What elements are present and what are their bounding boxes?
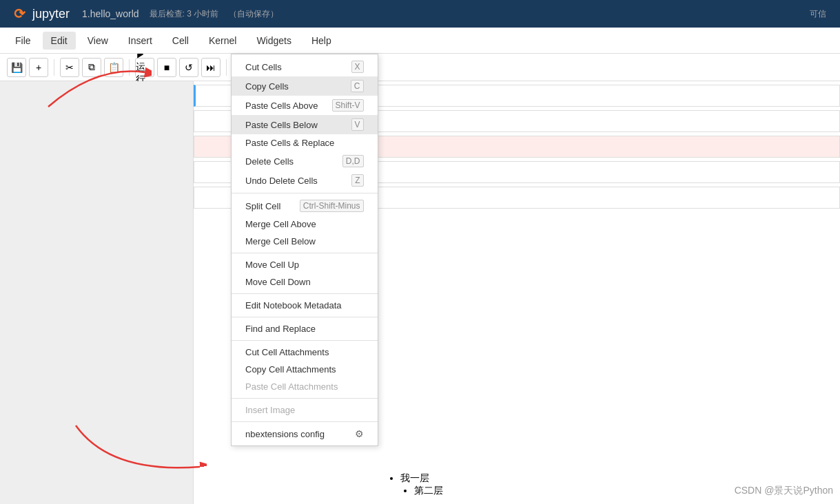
menu-merge-above[interactable]: Merge Cell Above (232, 216, 378, 233)
merge-below-label: Merge Cell Below (245, 236, 316, 246)
paste-replace-label: Paste Cells & Replace (245, 138, 334, 148)
paste-above-shortcut: Shift-V (332, 99, 364, 112)
edit-dropdown-menu: Cut Cells X Copy Cells C Paste Cells Abo… (231, 54, 378, 446)
merge-above-label: Merge Cell Above (245, 219, 316, 229)
menu-paste-attachments[interactable]: Paste Cell Attachments (232, 378, 378, 395)
settings-icon: ⚙ (355, 428, 364, 439)
divider-7 (232, 421, 378, 422)
title-bar: ⟳ jupyter 1.hello_world 最后检查: 3 小时前 （自动保… (0, 0, 840, 28)
menu-paste-above[interactable]: Paste Cells Above Shift-V (232, 96, 378, 115)
copy-cell-button[interactable]: ⧉ (82, 58, 101, 77)
menu-view[interactable]: View (79, 32, 116, 50)
insert-image-label: Insert Image (245, 405, 295, 415)
jupyter-text: jupyter (32, 7, 70, 21)
menu-copy-cells[interactable]: Copy Cells C (232, 76, 378, 96)
delete-cells-label: Delete Cells (245, 156, 294, 167)
menu-delete-cells[interactable]: Delete Cells D,D (232, 151, 378, 171)
copy-attachments-label: Copy Cell Attachments (245, 364, 336, 375)
menu-copy-attachments[interactable]: Copy Cell Attachments (232, 361, 378, 378)
run-cell-button[interactable]: ▶ 运行 (135, 58, 154, 77)
menu-kernel[interactable]: Kernel (201, 32, 245, 50)
jupyter-logo: ⟳ (14, 6, 25, 22)
save-button[interactable]: 💾 (7, 58, 26, 77)
move-down-label: Move Cell Down (245, 277, 311, 287)
paste-above-label: Paste Cells Above (245, 101, 318, 111)
stop-button[interactable]: ■ (157, 58, 176, 77)
menu-find-replace[interactable]: Find and Replace (232, 320, 378, 337)
menu-undo-delete[interactable]: Undo Delete Cells Z (232, 171, 378, 190)
divider-3 (232, 293, 378, 294)
divider-6 (232, 398, 378, 399)
menu-move-up[interactable]: Move Cell Up (232, 256, 378, 273)
add-cell-button[interactable]: + (29, 58, 48, 77)
copy-cells-shortcut: C (351, 80, 364, 92)
divider-2 (232, 253, 378, 253)
autosave-label: （自动保存） (229, 8, 278, 20)
divider-1 (232, 193, 378, 193)
paste-attachments-label: Paste Cell Attachments (245, 381, 338, 392)
find-replace-label: Find and Replace (245, 324, 316, 334)
menu-move-down[interactable]: Move Cell Down (232, 273, 378, 291)
menu-cell[interactable]: Cell (164, 32, 197, 50)
cut-cell-button[interactable]: ✂ (60, 58, 79, 77)
copy-cells-label: Copy Cells (245, 81, 289, 92)
menu-widgets[interactable]: Widgets (248, 32, 300, 50)
notebook-title[interactable]: 1.hello_world (82, 8, 139, 19)
undo-delete-shortcut: Z (351, 174, 363, 187)
menu-help[interactable]: Help (303, 32, 340, 50)
bullet-1: 我一层 (400, 472, 443, 485)
menu-cut-cells[interactable]: Cut Cells X (232, 57, 378, 76)
main-content: 我一层 第二层 (0, 81, 840, 504)
csdn-watermark: CSDN @景天说Python (735, 485, 833, 497)
nbextensions-label: nbextensions config (245, 429, 325, 439)
menu-merge-below[interactable]: Merge Cell Below (232, 233, 378, 250)
menu-nbextensions[interactable]: nbextensions config ⚙ (232, 425, 378, 443)
notebook-metadata-label: Edit Notebook Metadata (245, 300, 341, 311)
menu-bar: File Edit View Insert Cell Kernel Widget… (0, 28, 840, 54)
move-up-label: Move Cell Up (245, 260, 299, 270)
menu-cut-attachments[interactable]: Cut Cell Attachments (232, 344, 378, 361)
delete-cells-shortcut: D,D (342, 155, 364, 167)
fast-forward-button[interactable]: ⏭ (201, 58, 221, 77)
toolbar-sep-3 (226, 59, 227, 76)
menu-edit[interactable]: Edit (43, 32, 76, 50)
paste-below-label: Paste Cells Below (245, 120, 318, 130)
paste-below-shortcut: V (351, 118, 364, 131)
sidebar (0, 81, 193, 504)
last-saved: 最后检查: 3 小时前 (150, 8, 219, 20)
menu-insert-image[interactable]: Insert Image (232, 401, 378, 419)
divider-4 (232, 317, 378, 317)
split-cell-shortcut: Ctrl-Shift-Minus (300, 200, 364, 212)
menu-insert[interactable]: Insert (120, 32, 161, 50)
split-cell-label: Split Cell (245, 201, 280, 211)
toolbar: 💾 + ✂ ⧉ 📋 ▶ 运行 ■ ↺ ⏭ 代码 Markdown Raw NBC… (0, 54, 840, 81)
restart-button[interactable]: ↺ (179, 58, 198, 77)
toolbar-sep-1 (54, 59, 54, 76)
menu-paste-below[interactable]: Paste Cells Below V (232, 115, 378, 134)
bullet-points: 我一层 第二层 (387, 472, 443, 497)
toolbar-sep-2 (129, 59, 130, 76)
cut-cells-label: Cut Cells (245, 62, 282, 72)
cut-attachments-label: Cut Cell Attachments (245, 347, 329, 357)
menu-file[interactable]: File (7, 32, 39, 50)
menu-paste-replace[interactable]: Paste Cells & Replace (232, 134, 378, 151)
bullet-2: 第二层 (414, 485, 443, 497)
menu-notebook-metadata[interactable]: Edit Notebook Metadata (232, 297, 378, 314)
paste-cell-button[interactable]: 📋 (104, 58, 123, 77)
undo-delete-label: Undo Delete Cells (245, 176, 318, 186)
cut-cells-shortcut: X (351, 61, 364, 73)
trusted-button[interactable]: 可信 (810, 8, 826, 20)
menu-split-cell[interactable]: Split Cell Ctrl-Shift-Minus (232, 196, 378, 216)
divider-5 (232, 340, 378, 341)
